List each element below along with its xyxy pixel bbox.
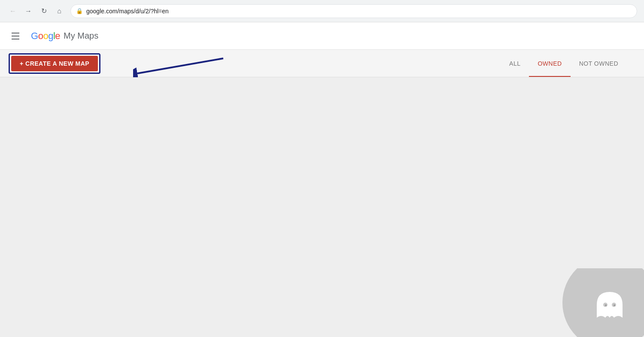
hamburger-menu-button[interactable] (7, 27, 24, 45)
main-content (0, 77, 644, 337)
svg-line-1 (137, 58, 223, 73)
logo-area: Google My Maps (31, 30, 98, 42)
reload-button[interactable]: ↻ (38, 5, 50, 17)
nav-buttons: ← → ↻ ⌂ (7, 5, 65, 17)
home-button[interactable]: ⌂ (53, 5, 65, 17)
logo-g2: g (48, 30, 53, 41)
toolbar: + CREATE A NEW MAP ALL OWNED NOT OWNED (0, 50, 644, 77)
logo-e: e (55, 30, 60, 41)
create-btn-wrapper: + CREATE A NEW MAP (9, 53, 100, 74)
app-name: My Maps (64, 31, 98, 41)
back-button[interactable]: ← (7, 5, 19, 17)
tab-owned[interactable]: OWNED (529, 50, 570, 77)
url-text: google.com/maps/d/u/2/?hl=en (86, 8, 169, 15)
address-bar[interactable]: 🔒 google.com/maps/d/u/2/?hl=en (70, 4, 637, 18)
ghost-container (558, 268, 644, 337)
logo-g: G (31, 30, 38, 41)
google-logo: Google (31, 30, 60, 42)
create-new-map-button[interactable]: + CREATE A NEW MAP (11, 56, 98, 71)
hamburger-line-3 (12, 39, 19, 39)
lock-icon: 🔒 (76, 8, 83, 14)
ghost-icon (592, 283, 627, 322)
tab-all[interactable]: ALL (501, 50, 529, 77)
svg-point-4 (605, 304, 607, 306)
browser-chrome: ← → ↻ ⌂ 🔒 google.com/maps/d/u/2/?hl=en (0, 0, 644, 22)
svg-point-5 (614, 304, 615, 306)
logo-o1: o (38, 30, 43, 41)
tab-area: ALL OWNED NOT OWNED (501, 50, 627, 77)
hamburger-line-2 (12, 36, 19, 36)
forward-button[interactable]: → (22, 5, 34, 17)
ghost-circle (562, 268, 644, 337)
tab-not-owned[interactable]: NOT OWNED (571, 50, 627, 77)
logo-o2: o (43, 30, 48, 41)
hamburger-line-1 (12, 33, 19, 33)
app-header: Google My Maps (0, 22, 644, 50)
